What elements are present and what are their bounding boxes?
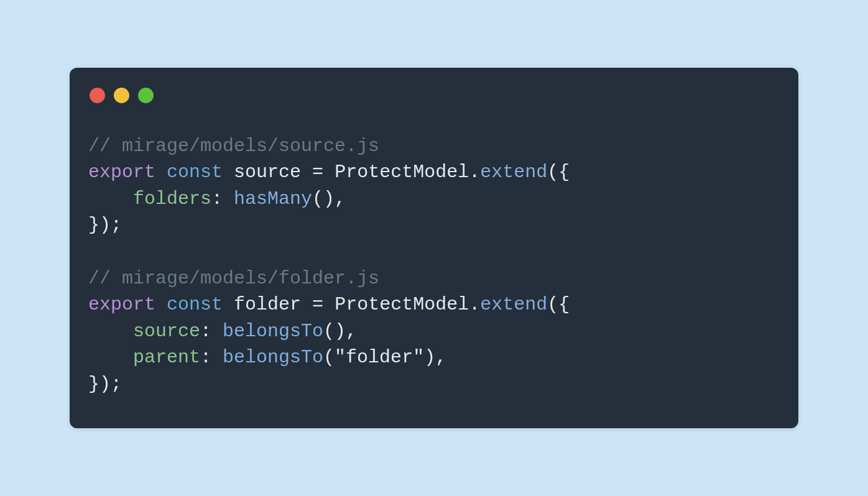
code-punct: }); <box>88 374 122 395</box>
code-function: belongsTo <box>223 347 323 368</box>
code-keyword: const <box>167 294 223 315</box>
code-property: source <box>133 321 200 342</box>
code-block: // mirage/models/source.js export const … <box>88 133 780 398</box>
maximize-icon[interactable] <box>138 88 154 103</box>
code-indent <box>88 347 133 368</box>
code-keyword: export <box>88 162 155 183</box>
code-type: ProtectModel <box>335 162 469 183</box>
code-punct: ( <box>323 347 335 368</box>
code-indent <box>88 188 133 209</box>
code-punct: . <box>469 294 480 315</box>
code-identifier: source <box>234 162 301 183</box>
code-property: folders <box>133 188 211 209</box>
code-punct: }); <box>88 214 122 236</box>
code-function: hasMany <box>234 188 312 209</box>
code-punct: (), <box>323 321 357 342</box>
code-punct: ({ <box>547 294 570 315</box>
code-comment: // mirage/models/folder.js <box>88 268 379 289</box>
code-punct: : <box>200 321 223 342</box>
code-identifier: folder <box>234 294 301 315</box>
code-punct: : <box>200 347 223 368</box>
code-punct: = <box>301 294 335 315</box>
code-punct: = <box>301 162 335 183</box>
close-icon[interactable] <box>90 88 105 103</box>
code-punct: ), <box>424 347 446 368</box>
code-window: // mirage/models/source.js export const … <box>70 68 798 429</box>
code-method: extend <box>480 294 547 315</box>
code-indent <box>88 321 133 342</box>
code-function: belongsTo <box>223 321 323 342</box>
code-comment: // mirage/models/source.js <box>88 135 379 157</box>
code-punct: : <box>211 188 234 209</box>
code-type: ProtectModel <box>335 294 469 315</box>
minimize-icon[interactable] <box>114 88 129 103</box>
code-keyword: export <box>88 294 155 315</box>
code-string: "folder" <box>335 347 424 368</box>
code-punct: ({ <box>547 162 570 183</box>
code-property: parent <box>133 347 200 368</box>
code-keyword: const <box>167 162 223 183</box>
code-punct: . <box>469 162 480 183</box>
code-punct: (), <box>312 188 346 209</box>
code-method: extend <box>480 162 547 183</box>
traffic-lights <box>88 88 780 103</box>
